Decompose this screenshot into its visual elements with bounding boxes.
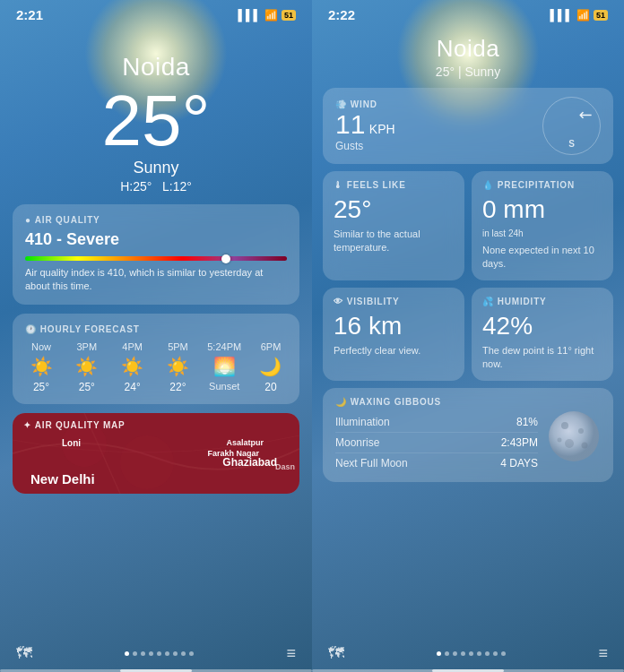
wifi-icon: 📶 [264, 9, 278, 22]
svg-point-3 [561, 422, 568, 429]
hourly-row: Now ☀️ 25° 3PM ☀️ 25° 4PM ☀️ 24° 5PM ☀️ [25, 341, 287, 393]
map-city-ghaziabad: Ghaziabad [222, 456, 277, 469]
signal-icon-right: ▌▌▌ [550, 9, 573, 22]
right-sub: 25° | Sunny [312, 65, 624, 79]
wind-speed-line: 11 KPH [335, 109, 395, 140]
dot-4-left [157, 651, 161, 656]
moon-left: 🌙 WAXING GIBBOUS Illumination 81% Moonri… [335, 397, 538, 473]
dot-4-right [469, 651, 473, 656]
svg-point-1 [120, 435, 174, 489]
left-status-icons: ▌▌▌ 📶 51 [238, 9, 296, 22]
humidity-value: 42% [482, 312, 602, 340]
dot-2-left [141, 651, 145, 656]
aqi-label: ● AIR QUALITY [25, 215, 287, 225]
wind-unit: KPH [369, 122, 395, 136]
dot-6-right [485, 651, 490, 656]
moon-nextfull-val: 4 DAYS [500, 457, 538, 470]
moon-illumination-val: 81% [516, 416, 538, 428]
wifi-icon-right: 📶 [576, 9, 590, 22]
hour-temp-3: 22° [169, 381, 186, 393]
feels-like-card: 🌡 FEELS LIKE 25° Similar to the actual t… [323, 171, 464, 280]
dot-0-left [125, 651, 129, 656]
hour-item-1: 3PM ☀️ 25° [71, 341, 103, 393]
right-screen: 2:22 ▌▌▌ 📶 51 Noida 25° | Sunny 💨 WIND 1… [312, 0, 624, 672]
humidity-card: 💦 HUMIDITY 42% The dew point is 11° righ… [472, 288, 613, 381]
hour-item-0: Now ☀️ 25° [25, 341, 57, 393]
battery-badge-right: 51 [594, 10, 608, 21]
list-icon-left[interactable]: ≡ [286, 644, 296, 663]
dot-1-right [445, 651, 449, 656]
precip-sub: in last 24h [482, 228, 602, 240]
right-status-bar: 2:22 ▌▌▌ 📶 51 [312, 0, 624, 26]
hour-temp-2: 24° [125, 381, 141, 393]
right-city: Noida [312, 35, 624, 63]
moon-svg [547, 409, 601, 463]
aqi-card: ● AIR QUALITY 410 - Severe Air quality i… [13, 204, 299, 305]
compass-circle: S ↙ [542, 97, 601, 155]
hour-temp-sunset: Sunset [209, 381, 239, 392]
aqi-icon: ● [25, 215, 31, 225]
map-nav-icon-right[interactable]: 🗺 [328, 644, 344, 663]
visibility-value: 16 km [334, 312, 454, 340]
hour-icon-5: 🌙 [259, 356, 282, 377]
hour-time-1: 3PM [77, 341, 98, 352]
map-city-newdelhi: New Delhi [30, 471, 95, 487]
visibility-desc: Perfectly clear view. [334, 344, 454, 358]
hour-icon-sunset: 🌅 [213, 356, 236, 377]
wind-label: 💨 WIND [335, 99, 395, 109]
dot-6-left [173, 651, 178, 656]
hour-icon-0: ☀️ [30, 356, 53, 377]
left-bottom-bar: 🗺 ≡ [0, 637, 312, 672]
svg-point-4 [578, 428, 584, 434]
moon-icon: 🌙 [335, 397, 347, 407]
list-icon-right[interactable]: ≡ [598, 644, 608, 663]
right-cards: 💨 WIND 11 KPH Gusts S ↙ 🌡 [312, 79, 624, 637]
humidity-icon: 💦 [482, 297, 494, 306]
hour-icon-2: ☀️ [121, 356, 143, 377]
aqi-dot [221, 254, 230, 263]
map-icon: ✦ [23, 420, 31, 430]
right-status-icons: ▌▌▌ 📶 51 [550, 9, 608, 22]
dot-5-left [165, 651, 169, 656]
humidity-label: 💦 HUMIDITY [482, 297, 602, 306]
moon-moonrise-label: Moonrise [335, 436, 379, 449]
moon-row-nextfull: Next Full Moon 4 DAYS [335, 453, 538, 473]
hourly-card: 🕐 HOURLY FORECAST Now ☀️ 25° 3PM ☀️ 25° … [13, 314, 299, 404]
dots-right [437, 651, 506, 656]
left-time: 2:21 [16, 7, 43, 22]
moon-moonrise-val: 2:43PM [501, 436, 538, 449]
feels-like-value: 25° [334, 195, 454, 224]
hour-icon-3: ☀️ [167, 356, 189, 377]
feels-like-label: 🌡 FEELS LIKE [334, 180, 454, 190]
hour-time-2: 4PM [122, 341, 143, 352]
moon-label: 🌙 WAXING GIBBOUS [335, 397, 538, 407]
dot-2-right [453, 651, 457, 656]
hour-time-sunset: 5:24PM [207, 341, 241, 352]
moon-card: 🌙 WAXING GIBBOUS Illumination 81% Moonri… [323, 388, 613, 482]
moon-nextfull-label: Next Full Moon [335, 457, 408, 470]
dot-3-left [149, 651, 153, 656]
hour-temp-5: 20 [264, 381, 276, 393]
wind-left: 💨 WIND 11 KPH Gusts [335, 99, 395, 152]
dots-left [125, 651, 194, 656]
battery-badge-left: 51 [282, 10, 296, 21]
wind-compass: S ↙ [542, 97, 601, 155]
precip-label: 💧 PRECIPITATION [482, 180, 602, 190]
thermometer-icon: 🌡 [334, 180, 343, 190]
aqi-desc: Air quality index is 410, which is simil… [25, 266, 287, 294]
left-condition: Sunny [0, 159, 312, 177]
map-nav-icon-left[interactable]: 🗺 [16, 644, 32, 663]
clock-icon: 🕐 [25, 324, 37, 334]
svg-point-6 [582, 442, 588, 448]
precip-value: 0 mm [482, 195, 602, 224]
map-city-loni: Loni [62, 438, 81, 448]
aqi-bar [25, 256, 287, 261]
svg-point-2 [549, 411, 599, 461]
eye-icon: 👁 [334, 297, 343, 306]
svg-point-5 [565, 439, 574, 448]
dot-7-right [493, 651, 498, 656]
map-label: ✦ AIR QUALITY MAP [23, 420, 126, 430]
hour-item-3: 5PM ☀️ 22° [161, 341, 194, 393]
moon-row-illumination: Illumination 81% [335, 412, 538, 433]
hour-temp-0: 25° [33, 381, 49, 393]
